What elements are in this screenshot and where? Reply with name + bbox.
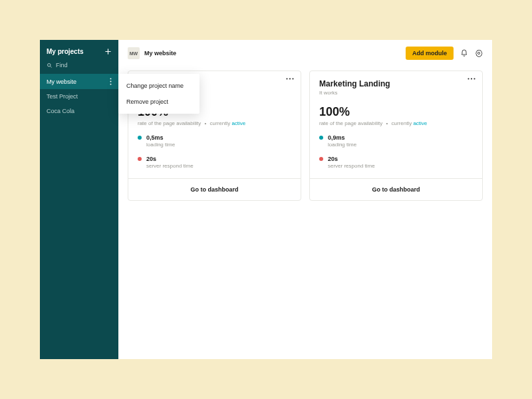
status-active: active <box>413 120 427 126</box>
kebab-icon[interactable] <box>110 78 112 85</box>
separator-dot: • <box>386 120 388 126</box>
card-body: Marketing Landing It works 100% rate of … <box>310 71 482 178</box>
metric-text: 0,9ms loading time <box>328 134 356 148</box>
topbar-left: MW My website <box>128 47 176 59</box>
teal-dot-icon <box>319 136 323 140</box>
app-window: My projects My website Change project na… <box>40 40 492 359</box>
rate-label: rate of the page availability <box>319 120 382 126</box>
metric-label: loading time <box>328 142 356 148</box>
bell-icon[interactable] <box>460 49 468 57</box>
metric-loading-time: 0,9ms loading time <box>319 134 473 148</box>
card-availability-label: rate of the page availability • currentl… <box>138 120 291 126</box>
search-icon <box>47 63 53 68</box>
svg-point-7 <box>477 52 479 54</box>
svg-point-6 <box>110 84 112 85</box>
sidebar-title: My projects <box>47 48 84 55</box>
metric-value: 20s <box>146 156 194 162</box>
card-menu-icon[interactable] <box>286 78 294 80</box>
project-avatar: MW <box>128 47 140 59</box>
sidebar-item-test-project[interactable]: Test Project <box>40 89 118 104</box>
metric-loading-time: 0,5ms loading time <box>138 134 291 148</box>
search-row <box>40 59 118 74</box>
currently-label: currently <box>391 120 412 126</box>
module-card-marketing-landing: Marketing Landing It works 100% rate of … <box>309 70 483 201</box>
red-dot-icon <box>319 157 323 161</box>
rate-label: rate of the page availability <box>138 120 201 126</box>
metric-respond-time: 20s server respond time <box>138 156 291 169</box>
status-active: active <box>231 120 245 126</box>
svg-point-2 <box>48 63 51 66</box>
metric-text: 20s server respond time <box>146 156 194 169</box>
metric-label: loading time <box>146 142 175 148</box>
sidebar-header: My projects <box>40 40 118 59</box>
svg-point-9 <box>289 78 291 79</box>
svg-point-10 <box>292 78 293 79</box>
add-module-button[interactable]: Add module <box>406 47 454 60</box>
menu-remove-project[interactable]: Remove project <box>118 94 200 110</box>
go-to-dashboard-button[interactable]: Go to dashboard <box>128 178 301 200</box>
svg-point-11 <box>467 78 469 79</box>
card-menu-icon[interactable] <box>467 78 475 80</box>
sidebar-item-my-website[interactable]: My website Change project name Remove pr… <box>40 74 118 89</box>
project-context-menu: Change project name Remove project <box>118 74 200 114</box>
breadcrumb: My website <box>144 50 176 57</box>
card-subtitle: It works <box>319 90 473 96</box>
go-to-dashboard-button[interactable]: Go to dashboard <box>310 178 482 200</box>
project-list: My website Change project name Remove pr… <box>40 74 118 118</box>
svg-point-5 <box>110 81 112 82</box>
topbar-right: Add module <box>406 47 483 60</box>
metric-text: 0,5ms loading time <box>146 134 175 148</box>
separator-dot: • <box>204 120 206 126</box>
card-availability-label: rate of the page availability • currentl… <box>319 120 473 126</box>
card-title: Marketing Landing <box>319 79 473 88</box>
metric-respond-time: 20s server respond time <box>319 156 473 169</box>
add-project-icon[interactable] <box>104 48 112 55</box>
metric-label: server respond time <box>328 163 375 169</box>
svg-point-12 <box>471 78 472 79</box>
menu-rename-project[interactable]: Change project name <box>118 78 200 94</box>
card-availability-percent: 100% <box>319 105 473 119</box>
svg-point-8 <box>286 78 287 79</box>
settings-icon[interactable] <box>475 49 483 57</box>
metric-label: server respond time <box>146 163 194 169</box>
sidebar-item-label: Coca Cola <box>47 108 74 114</box>
sidebar-item-coca-cola[interactable]: Coca Cola <box>40 104 118 118</box>
svg-line-3 <box>51 66 52 67</box>
svg-point-13 <box>473 78 475 79</box>
currently-label: currently <box>209 120 230 126</box>
search-input[interactable] <box>56 62 102 68</box>
teal-dot-icon <box>138 136 142 140</box>
metric-value: 20s <box>328 156 375 162</box>
red-dot-icon <box>138 157 142 161</box>
topbar: MW My website Add module <box>118 40 492 66</box>
sidebar-item-label: My website <box>47 78 76 85</box>
sidebar-item-label: Test Project <box>47 93 78 100</box>
sidebar: My projects My website Change project na… <box>40 40 118 359</box>
svg-point-4 <box>110 78 112 79</box>
metric-value: 0,9ms <box>328 134 356 141</box>
metric-value: 0,5ms <box>146 134 175 141</box>
metric-text: 20s server respond time <box>328 156 375 169</box>
